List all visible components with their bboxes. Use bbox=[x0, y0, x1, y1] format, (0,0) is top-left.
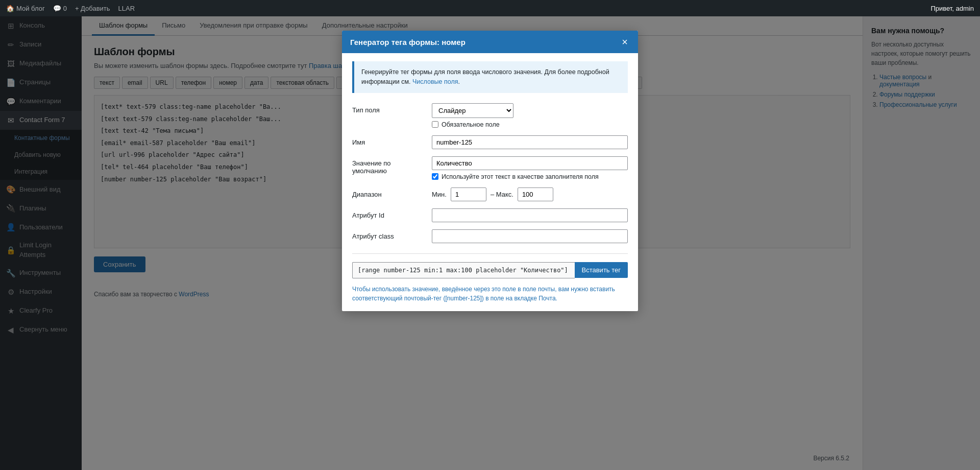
required-checkbox[interactable] bbox=[432, 121, 438, 128]
attr-id-label: Атрибут Id bbox=[352, 208, 424, 219]
generated-tag-input[interactable]: [range number-125 min:1 max:100 placehol… bbox=[352, 262, 575, 278]
comment-icon: 💬 bbox=[53, 5, 61, 12]
placeholder-label[interactable]: Используйте этот текст в качестве заполн… bbox=[442, 173, 599, 180]
insert-tag-button[interactable]: Вставить тег bbox=[575, 262, 628, 278]
numeric-fields-link[interactable]: Числовые поля bbox=[412, 78, 458, 85]
default-value-label: Значение по умолчанию bbox=[352, 156, 424, 175]
attr-class-row: Атрибут class bbox=[352, 229, 628, 243]
admin-bar-left: 🏠 Мой блог 💬 0 + Добавить LLAR bbox=[6, 5, 135, 12]
modal: Генератор тега формы: номер × Генерируйт… bbox=[342, 31, 638, 311]
name-label: Имя bbox=[352, 135, 424, 146]
range-label: Диапазон bbox=[352, 187, 424, 198]
name-input[interactable] bbox=[432, 135, 628, 149]
max-label: – Макс. bbox=[491, 191, 513, 198]
placeholder-checkbox[interactable] bbox=[432, 173, 438, 180]
attr-id-row: Атрибут Id bbox=[352, 208, 628, 222]
name-row: Имя bbox=[352, 135, 628, 149]
info-box: Генерируйте тег формы для поля ввода чис… bbox=[352, 61, 628, 93]
required-checkbox-row: Обязательное поле bbox=[432, 121, 628, 128]
required-label[interactable]: Обязательное поле bbox=[442, 121, 500, 128]
generated-tag-area: [range number-125 min:1 max:100 placehol… bbox=[352, 253, 628, 303]
field-type-label: Тип поля bbox=[352, 103, 424, 114]
default-value-input[interactable] bbox=[432, 156, 628, 170]
min-input[interactable] bbox=[451, 187, 486, 201]
modal-footer-text: Чтобы использовать значение, введённое ч… bbox=[352, 285, 628, 303]
modal-body: Генерируйте тег формы для поля ввода чис… bbox=[342, 53, 638, 311]
admin-bar: 🏠 Мой блог 💬 0 + Добавить LLAR Привет, a… bbox=[0, 0, 980, 16]
modal-title: Генератор тега формы: номер bbox=[350, 38, 465, 46]
min-label: Мин. bbox=[432, 191, 447, 198]
name-content bbox=[432, 135, 628, 149]
plugin-name[interactable]: LLAR bbox=[118, 5, 135, 12]
placeholder-checkbox-row: Используйте этот текст в качестве заполн… bbox=[432, 173, 628, 180]
add-new-button[interactable]: + Добавить bbox=[75, 5, 110, 12]
modal-header: Генератор тега формы: номер × bbox=[342, 31, 638, 53]
attr-id-content bbox=[432, 208, 628, 222]
user-greeting: Привет, admin bbox=[930, 5, 974, 12]
field-type-select[interactable]: Слайдер Числовое поле bbox=[432, 103, 513, 118]
default-value-content: Используйте этот текст в качестве заполн… bbox=[432, 156, 628, 180]
attr-class-label: Атрибут class bbox=[352, 229, 424, 240]
generated-tag-box: [range number-125 min:1 max:100 placehol… bbox=[352, 262, 628, 278]
max-input[interactable] bbox=[518, 187, 553, 201]
field-type-row: Тип поля Слайдер Числовое поле Обязатель… bbox=[352, 103, 628, 128]
range-inputs: Мин. – Макс. bbox=[432, 187, 628, 201]
field-type-content: Слайдер Числовое поле Обязательное поле bbox=[432, 103, 628, 128]
range-row: Диапазон Мин. – Макс. bbox=[352, 187, 628, 201]
attr-class-input[interactable] bbox=[432, 229, 628, 243]
attr-id-input[interactable] bbox=[432, 208, 628, 222]
range-content: Мин. – Макс. bbox=[432, 187, 628, 201]
default-value-row: Значение по умолчанию Используйте этот т… bbox=[352, 156, 628, 180]
modal-close-button[interactable]: × bbox=[620, 37, 630, 47]
modal-overlay: Генератор тега формы: номер × Генерируйт… bbox=[0, 0, 980, 470]
attr-class-content bbox=[432, 229, 628, 243]
site-name[interactable]: 🏠 Мой блог bbox=[6, 5, 45, 12]
wp-logo-icon: 🏠 bbox=[6, 5, 14, 12]
comment-count[interactable]: 💬 0 bbox=[53, 5, 67, 12]
